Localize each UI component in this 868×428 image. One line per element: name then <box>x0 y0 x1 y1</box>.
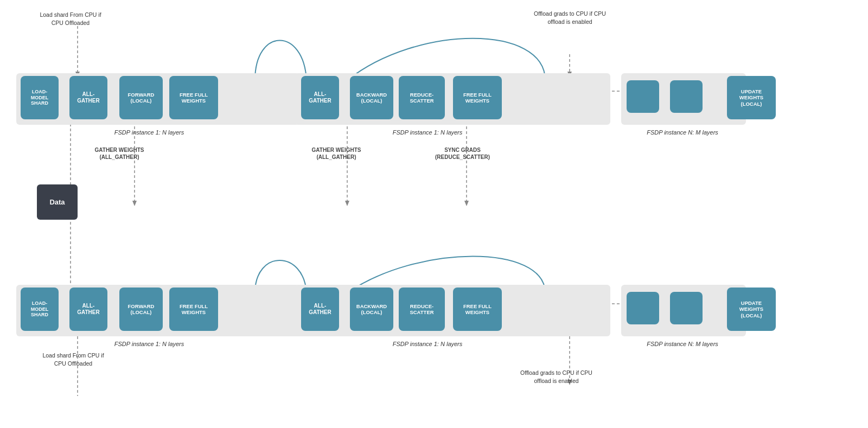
fsdp-label-top-3: FSDP instance N: M layers <box>623 129 742 136</box>
node-data: Data <box>37 184 78 220</box>
annotation-offload-grads-top: Offload grads to CPU if CPU offload is e… <box>531 10 609 25</box>
node-backward-local-top: BACKWARD(LOCAL) <box>350 76 393 119</box>
diagram-container: Load shard From CPU if CPU Offloaded Off… <box>0 0 868 428</box>
node-backward-local-bottom: BACKWARD(LOCAL) <box>350 288 393 331</box>
node-forward-local-top: FORWARD(LOCAL) <box>119 76 163 119</box>
annotation-offload-grads-bottom: Offload grads to CPU if CPU offload is e… <box>514 369 598 385</box>
label-gather-weights-mid: GATHER WEIGHTS (ALL_GATHER) <box>301 146 372 161</box>
label-gather-weights-left: GATHER WEIGHTS (ALL_GATHER) <box>84 146 155 161</box>
node-reduce-scatter-top: REDUCE-SCATTER <box>399 76 445 119</box>
svg-marker-31 <box>464 201 469 206</box>
node-free-full-weights-bottom-2: FREE FULLWEIGHTS <box>453 288 502 331</box>
arrows-svg <box>0 0 868 428</box>
annotation-load-shard-bottom: Load shard From CPU if CPU Offloaded <box>38 352 108 367</box>
fsdp-label-top-2: FSDP instance 1: N layers <box>352 129 503 136</box>
node-update-weights-bottom: UPDATEWEIGHTS(LOCAL) <box>727 288 776 331</box>
node-generic-top-1 <box>627 80 659 113</box>
node-reduce-scatter-bottom: REDUCE-SCATTER <box>399 288 445 331</box>
fsdp-label-bottom-1: FSDP instance 1: N layers <box>79 341 220 347</box>
node-free-full-weights-bottom-1: FREE FULLWEIGHTS <box>169 288 218 331</box>
fsdp-label-bottom-3: FSDP instance N: M layers <box>623 341 742 347</box>
node-free-full-weights-top-2: FREE FULLWEIGHTS <box>453 76 502 119</box>
node-update-weights-top: UPDATEWEIGHTS(LOCAL) <box>727 76 776 119</box>
label-sync-grads: SYNC GRADS (REDUCE_SCATTER) <box>420 146 505 161</box>
node-generic-bottom-1 <box>627 292 659 324</box>
node-forward-local-bottom: FORWARD(LOCAL) <box>119 288 163 331</box>
fsdp-region-bottom-1 <box>16 285 320 336</box>
fsdp-label-bottom-2: FSDP instance 1: N layers <box>352 341 503 347</box>
node-generic-top-2 <box>670 80 703 113</box>
node-load-model-shard-top: LOAD-MODELSHARD <box>21 76 59 119</box>
svg-marker-28 <box>345 201 349 206</box>
node-all-gather-top-1: ALL-GATHER <box>69 76 107 119</box>
node-free-full-weights-top-1: FREE FULLWEIGHTS <box>169 76 218 119</box>
node-all-gather-top-2: ALL-GATHER <box>301 76 339 119</box>
node-load-model-shard-bottom: LOAD-MODELSHARD <box>21 288 59 331</box>
node-all-gather-bottom-1: ALL-GATHER <box>69 288 107 331</box>
fsdp-label-top-1: FSDP instance 1: N layers <box>79 129 220 136</box>
node-generic-bottom-2 <box>670 292 703 324</box>
node-all-gather-bottom-2: ALL-GATHER <box>301 288 339 331</box>
fsdp-region-top-1 <box>16 73 320 125</box>
annotation-load-shard-top: Load shard From CPU if CPU Offloaded <box>38 11 103 27</box>
svg-marker-25 <box>132 201 137 206</box>
